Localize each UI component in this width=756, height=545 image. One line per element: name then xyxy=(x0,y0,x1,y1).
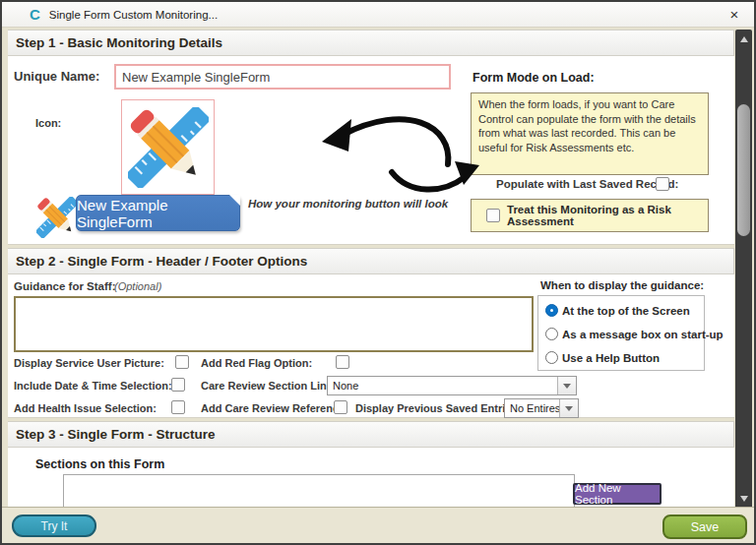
scroll-up-icon[interactable] xyxy=(735,31,752,47)
pencil-ruler-icon xyxy=(128,107,209,188)
prev-entries-value: No Entires xyxy=(505,402,559,414)
close-icon[interactable]: × xyxy=(725,6,743,24)
risk-assessment-checkbox[interactable] xyxy=(486,209,500,222)
guidance-optional-label: (Optional) xyxy=(114,280,161,292)
care-review-link-value: None xyxy=(328,380,557,392)
radio-label: Use a Help Button xyxy=(562,352,660,364)
populate-last-record-checkbox[interactable] xyxy=(656,177,669,191)
save-label: Save xyxy=(691,520,720,534)
title-bar: C Single Form Custom Monitoring... × xyxy=(2,2,754,28)
add-new-section-button[interactable]: Add New Section xyxy=(573,483,662,505)
try-it-label: Try It xyxy=(41,519,68,533)
red-flag-checkbox[interactable] xyxy=(336,355,349,369)
display-picture-label: Display Service User Picture: xyxy=(14,357,164,369)
populate-last-record-label: Populate with Last Saved Record: xyxy=(496,178,678,190)
care-review-link-label: Care Review Section Link: xyxy=(201,380,337,392)
radio-label: As a message box on start-up xyxy=(562,329,724,340)
step3-panel: Sections on this Form Add New Section xyxy=(8,448,734,509)
guidance-label: Guidance for Staff: xyxy=(14,280,116,292)
unique-name-input[interactable] xyxy=(114,64,451,90)
vertical-scrollbar[interactable] xyxy=(735,30,752,509)
chevron-down-icon[interactable] xyxy=(557,377,576,394)
radio-icon[interactable] xyxy=(545,351,558,364)
prev-entries-select[interactable]: No Entires xyxy=(504,398,579,418)
save-button[interactable]: Save xyxy=(662,515,747,539)
display-guidance-heading: When to display the guidance: xyxy=(540,279,704,291)
guidance-textarea[interactable] xyxy=(14,296,534,352)
step2-header-label: Step 2 - Single Form - Header / Footer O… xyxy=(16,254,307,269)
unique-name-label: Unique Name: xyxy=(14,69,99,84)
step3-header-label: Step 3 - Single Form - Structure xyxy=(16,427,216,442)
radio-message-box[interactable]: As a message box on start-up xyxy=(545,328,724,340)
radio-help-button[interactable]: Use a Help Button xyxy=(545,351,660,364)
chevron-down-icon[interactable] xyxy=(559,399,578,417)
health-issue-checkbox[interactable] xyxy=(171,400,185,414)
risk-assessment-label: Treat this Monitoring as a Risk Assessme… xyxy=(507,204,708,227)
date-time-label: Include Date & Time Selection: xyxy=(14,380,172,392)
monitoring-button-preview: New Example SingleForm xyxy=(76,195,240,231)
scrollbar-thumb[interactable] xyxy=(737,104,750,236)
health-issue-label: Add Health Issue Selection: xyxy=(14,402,157,414)
care-review-ref-label: Add Care Review Reference: xyxy=(201,402,348,414)
step1-header: Step 1 - Basic Monitoring Details xyxy=(8,30,734,56)
step2-header: Step 2 - Single Form - Header / Footer O… xyxy=(8,248,734,274)
icon-label: Icon: xyxy=(35,117,61,129)
preview-pencil-ruler-icon xyxy=(36,195,78,240)
try-it-button[interactable]: Try It xyxy=(12,515,96,537)
radio-icon[interactable] xyxy=(545,304,558,317)
scroll-down-icon[interactable] xyxy=(735,491,752,507)
arrow-to-populate xyxy=(392,172,465,190)
arrow-to-icon xyxy=(343,119,448,164)
date-time-checkbox[interactable] xyxy=(171,378,185,392)
risk-assessment-note: Treat this Monitoring as a Risk Assessme… xyxy=(471,199,709,232)
add-new-section-label: Add New Section xyxy=(575,482,660,506)
radio-top-of-screen[interactable]: At the top of the Screen xyxy=(545,304,690,317)
radio-icon[interactable] xyxy=(545,328,558,340)
red-flag-label: Add Red Flag Option: xyxy=(201,357,312,369)
step1-header-label: Step 1 - Basic Monitoring Details xyxy=(16,35,222,50)
footer-bar: Try It Save xyxy=(2,507,754,543)
care-review-link-select[interactable]: None xyxy=(327,376,577,395)
display-guidance-radio-group: At the top of the Screen As a message bo… xyxy=(537,295,705,371)
form-mode-info-note: When the form loads, if you want to Care… xyxy=(471,92,709,175)
step1-panel: Unique Name: Icon: Form Mode on Load: Wh… xyxy=(8,56,734,245)
app-logo-icon: C xyxy=(30,7,40,22)
sections-on-form-label: Sections on this Form xyxy=(35,457,164,471)
step2-panel: Guidance for Staff: (Optional) When to d… xyxy=(8,274,734,418)
display-picture-checkbox[interactable] xyxy=(175,355,189,369)
radio-label: At the top of the Screen xyxy=(562,305,690,317)
step3-header: Step 3 - Single Form - Structure xyxy=(8,421,734,448)
form-mode-heading: Form Mode on Load: xyxy=(472,71,595,85)
sections-listbox[interactable] xyxy=(63,474,575,508)
monitoring-button-preview-label: New Example SingleForm xyxy=(77,197,239,230)
arrow-to-icon-head xyxy=(322,119,351,151)
care-review-ref-checkbox[interactable] xyxy=(334,400,347,414)
icon-picker[interactable] xyxy=(121,99,215,195)
preview-caption: How your monitoring button will look xyxy=(248,197,450,212)
prev-entries-label: Display Previous Saved Entries: xyxy=(355,402,521,414)
dialog-window: C Single Form Custom Monitoring... × Ste… xyxy=(0,0,756,545)
window-title: Single Form Custom Monitoring... xyxy=(49,9,218,21)
